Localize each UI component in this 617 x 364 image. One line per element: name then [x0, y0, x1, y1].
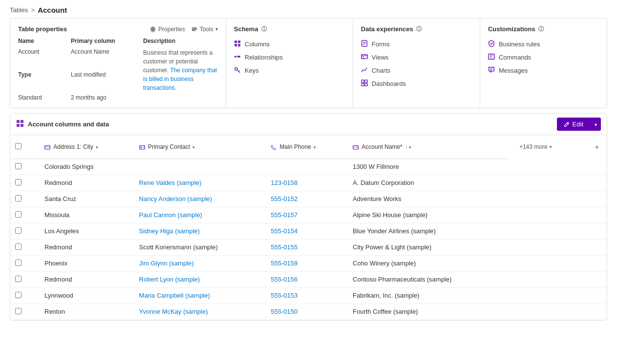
phone-cell[interactable]: 555-0156 — [266, 271, 348, 287]
views-label: Views — [372, 54, 388, 61]
svg-rect-21 — [365, 80, 367, 82]
data-experiences-title: Data experiences — [361, 25, 413, 33]
more-columns-button[interactable]: +143 more ▾ — [514, 140, 582, 154]
table-container: Address 1: City ▾ Primary Contact ▾ — [10, 135, 607, 320]
row-checkbox[interactable] — [15, 163, 21, 169]
col-header-address1city[interactable]: Address 1: City ▾ — [40, 135, 134, 159]
svg-rect-32 — [21, 124, 23, 127]
data-section-header: Account columns and data Edit ▾ — [10, 114, 607, 135]
schema-item-relationships[interactable]: Relationships — [234, 51, 345, 64]
primarycontact-col-icon — [139, 143, 147, 150]
row-checkbox[interactable] — [15, 260, 21, 266]
row-checkbox[interactable] — [15, 195, 21, 202]
messages-icon — [488, 66, 495, 75]
svg-rect-20 — [362, 80, 364, 82]
schema-item-forms[interactable]: Forms — [361, 38, 472, 51]
col-header-accountname[interactable]: Account Name* ↑ ▾ — [348, 135, 510, 159]
edit-dropdown-button[interactable]: ▾ — [590, 118, 601, 131]
properties-link[interactable]: Properties — [149, 26, 185, 33]
breadcrumb-tables[interactable]: Tables — [10, 6, 28, 14]
address-col-icon — [44, 143, 52, 150]
schema-item-commands[interactable]: Commands — [488, 51, 599, 64]
table-row: MissoulaPaul Cannon (sample)555-0157Alpi… — [10, 207, 607, 223]
table-row: RentonYvonne McKay (sample)555-0150Fourt… — [10, 303, 607, 320]
phone-cell[interactable]: 555-0150 — [266, 303, 348, 320]
mainphone-sort-icon: ▾ — [314, 145, 316, 150]
schema-item-columns[interactable]: Columns — [234, 38, 345, 51]
more-columns-header[interactable]: +143 more ▾ — [510, 135, 587, 159]
extra-cell — [510, 239, 607, 255]
primary-column-value: Account Name — [71, 48, 139, 69]
edit-label: Edit — [573, 121, 583, 128]
contact-cell[interactable]: Jim Glynn (sample) — [134, 255, 266, 271]
schema-item-messages[interactable]: Messages — [488, 64, 599, 77]
account-name-cell: Alpine Ski House (sample) — [348, 207, 510, 223]
schema-item-dashboards[interactable]: Dashboards — [361, 77, 472, 90]
row-checkbox[interactable] — [15, 292, 21, 298]
phone-cell[interactable]: 555-0153 — [266, 287, 348, 303]
contact-cell[interactable]: Maria Campbell (sample) — [134, 287, 266, 303]
schema-item-keys[interactable]: Keys — [234, 64, 345, 77]
svg-rect-23 — [365, 83, 367, 86]
messages-label: Messages — [499, 67, 528, 74]
phone-cell[interactable]: 555-0157 — [266, 207, 348, 223]
row-checkbox[interactable] — [15, 308, 21, 314]
add-column-header: + — [587, 135, 607, 159]
schema-item-views[interactable]: Views — [361, 51, 472, 64]
breadcrumb: Tables > Account — [0, 0, 617, 18]
panel-tools: Properties Tools ▾ — [149, 26, 218, 33]
row-checkbox[interactable] — [15, 211, 21, 218]
type-value: Standard — [18, 94, 67, 101]
col-header-name: Name — [18, 38, 67, 44]
more-columns-chevron-icon: ▾ — [550, 144, 552, 149]
row-checkbox-cell — [10, 223, 40, 239]
row-checkbox[interactable] — [15, 243, 21, 250]
schema-info-icon[interactable]: ⓘ — [261, 25, 267, 33]
data-exp-info-icon[interactable]: ⓘ — [416, 25, 422, 33]
mainphone-header-label: Main Phone — [280, 143, 311, 150]
row-checkbox[interactable] — [15, 179, 21, 185]
tools-link-label[interactable]: Tools — [200, 26, 213, 33]
col-header-primarycontact[interactable]: Primary Contact ▾ — [134, 135, 266, 159]
row-checkbox[interactable] — [15, 276, 21, 282]
phone-cell[interactable]: 555-0152 — [266, 191, 348, 207]
table-body: Colorado Springs1300 W FillmoreRedmondRe… — [10, 159, 607, 320]
contact-cell[interactable]: Sidney Higa (sample) — [134, 223, 266, 239]
table-row: RedmondRene Valdes (sample)123-0158A. Da… — [10, 175, 607, 191]
schema-title: Schema — [234, 25, 258, 33]
schema-item-business-rules[interactable]: Business rules — [488, 38, 599, 51]
city-cell: Renton — [40, 303, 134, 320]
primarycontact-header-label: Primary Contact — [148, 143, 190, 150]
commands-label: Commands — [499, 54, 531, 61]
extra-cell — [510, 255, 607, 271]
col-header-mainphone[interactable]: Main Phone ▾ — [266, 135, 348, 159]
svg-rect-29 — [17, 120, 20, 123]
row-checkbox[interactable] — [15, 227, 21, 234]
phone-cell[interactable]: 555-0155 — [266, 239, 348, 255]
row-checkbox-cell — [10, 207, 40, 223]
select-all-checkbox[interactable] — [15, 143, 21, 149]
accountname-sort-asc-icon: ↑ — [405, 145, 407, 150]
city-cell: Santa Cruz — [40, 191, 134, 207]
contact-cell[interactable]: Robert Lyon (sample) — [134, 271, 266, 287]
contact-cell[interactable]: Yvonne McKay (sample) — [134, 303, 266, 320]
properties-link-label[interactable]: Properties — [158, 26, 185, 33]
customizations-info-icon[interactable]: ⓘ — [538, 25, 544, 33]
contact-cell[interactable]: Paul Cannon (sample) — [134, 207, 266, 223]
schema-item-charts[interactable]: Charts — [361, 64, 472, 77]
svg-rect-39 — [353, 145, 359, 149]
add-column-button[interactable]: + — [592, 139, 602, 155]
charts-icon — [361, 66, 368, 75]
city-cell: Lynnwood — [40, 287, 134, 303]
contact-cell[interactable]: Nancy Anderson (sample) — [134, 191, 266, 207]
tools-link[interactable]: Tools ▾ — [191, 26, 218, 33]
city-cell: Redmond — [40, 271, 134, 287]
phone-cell[interactable]: 555-0154 — [266, 223, 348, 239]
contact-cell[interactable]: Rene Valdes (sample) — [134, 175, 266, 191]
edit-button[interactable]: Edit — [557, 118, 590, 131]
svg-rect-30 — [21, 120, 23, 123]
account-name-cell: Adventure Works — [348, 191, 510, 207]
phone-cell[interactable]: 123-0158 — [266, 175, 348, 191]
svg-line-33 — [567, 123, 568, 124]
phone-cell[interactable]: 555-0159 — [266, 255, 348, 271]
